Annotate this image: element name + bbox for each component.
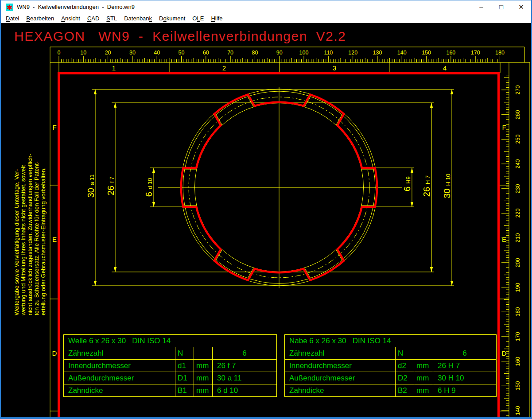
right-ruler-label: 240 — [515, 159, 521, 169]
dim-label-30h10: 30H 10 — [442, 174, 452, 198]
top-ruler-label: 70 — [227, 50, 233, 56]
top-zone-label: 2 — [222, 64, 226, 72]
menu-item-hilfe[interactable]: Hilfe — [207, 15, 226, 22]
maximize-button[interactable]: □ — [491, 0, 511, 13]
menu-item-cad[interactable]: CAD — [84, 15, 103, 22]
top-ruler-label: 140 — [397, 50, 407, 56]
table-title: Welle 6 x 26 x 30 DIN ISO 14 — [64, 335, 277, 347]
right-ruler-label: 250 — [515, 135, 521, 144]
table-row: AußendurchmesserD2mm30 H 10 — [285, 372, 497, 384]
minimize-button[interactable]: – — [471, 0, 491, 13]
welle-table: Welle 6 x 26 x 30 DIN ISO 14 ZähnezahlN6… — [63, 334, 277, 397]
menu-bar: Datei Bearbeiten Ansicht CAD STL Datenba… — [1, 13, 531, 23]
table-row: Welle 6 x 26 x 30 DIN ISO 14 — [64, 335, 277, 347]
window-border-bottom — [1, 417, 531, 419]
right-ruler-label: 260 — [515, 110, 521, 119]
top-ruler-label: 90 — [276, 50, 283, 56]
menu-item-ansicht[interactable]: Ansicht — [58, 15, 84, 22]
right-ruler-label: 270 — [515, 85, 521, 95]
table-row: ZähnezahlN6 — [64, 347, 277, 360]
dim-label-26f7: 26f 7 — [106, 177, 116, 196]
right-ruler-label: 190 — [515, 283, 521, 292]
top-zone-label: 1 — [112, 64, 116, 72]
table-row: ZahndickeB2mm6 H 9 — [285, 384, 497, 397]
right-zone-label: E — [502, 236, 506, 243]
left-zone-label: D — [52, 349, 57, 357]
top-ruler-label: 30 — [129, 50, 136, 56]
top-ruler-label: 160 — [446, 50, 455, 56]
table-row: ZähnezahlN6 — [285, 347, 497, 360]
table-row: Innendurchmesserd2mm26 H 7 — [285, 360, 497, 372]
right-zone-label: D — [502, 349, 507, 357]
top-ruler-label: 180 — [495, 50, 505, 56]
right-ruler-label: 180 — [515, 307, 521, 317]
top-ruler-label: 110 — [324, 50, 333, 56]
table-title: Nabe 6 x 26 x 30 DIN ISO 14 — [285, 335, 497, 347]
right-ruler-label: 150 — [515, 381, 521, 391]
title-bar: ✱ WN9 - Keilwellenverbindungen - Demo.wn… — [1, 0, 531, 13]
top-zone-label: 3 — [333, 64, 336, 72]
copyright-note: Weitergabe sowie Vervielfältigung dieser… — [13, 118, 47, 315]
table-row: AußendurchmesserD1mm30 a 11 — [64, 372, 277, 384]
right-zone-label: F — [502, 124, 506, 131]
right-ruler-label: 170 — [515, 332, 521, 341]
top-ruler-label: 120 — [348, 50, 357, 56]
close-button[interactable]: ✕ — [511, 0, 531, 13]
left-zone-label: E — [52, 236, 57, 243]
top-ruler-label: 80 — [252, 50, 258, 56]
top-ruler-label: 10 — [80, 50, 86, 56]
menu-item-dokument[interactable]: Dokument — [155, 15, 189, 22]
table-row: Nabe 6 x 26 x 30 DIN ISO 14 — [285, 335, 497, 347]
top-ruler-label: 150 — [422, 50, 431, 56]
top-ruler-label: 60 — [203, 50, 209, 56]
menu-item-datei[interactable]: Datei — [2, 15, 23, 22]
dim-label-6d10: 6d 10 — [144, 178, 154, 197]
menu-item-bearbeiten[interactable]: Bearbeiten — [23, 15, 58, 22]
app-icon: ✱ — [6, 4, 13, 11]
right-ruler-label: 200 — [515, 258, 521, 267]
right-ruler-label: 140 — [515, 406, 521, 415]
dim-label-6h9: 6H9 — [402, 176, 412, 191]
top-zone-label: 4 — [443, 64, 447, 72]
drawing-canvas: HEXAGON WN9 - Keilwellenverbindungen V2.… — [1, 23, 532, 417]
right-ruler-label: 220 — [515, 209, 521, 218]
menu-item-ole[interactable]: OLE — [189, 15, 207, 22]
right-ruler-label: 160 — [515, 357, 521, 366]
right-ruler-label: 210 — [515, 233, 521, 243]
top-ruler-label: 130 — [373, 50, 382, 56]
menu-item-datenbank[interactable]: Datenbank — [120, 15, 155, 22]
table-row: Innendurchmesserd1mm26 f 7 — [64, 360, 277, 372]
top-ruler-label: 170 — [471, 50, 480, 56]
top-ruler-label: 100 — [299, 50, 309, 56]
menu-item-stl[interactable]: STL — [103, 15, 120, 22]
top-ruler-label: 20 — [105, 50, 111, 56]
top-ruler-label: 40 — [154, 50, 160, 56]
nabe-table: Nabe 6 x 26 x 30 DIN ISO 14 ZähnezahlN6 … — [284, 334, 497, 397]
app-window: ✱ WN9 - Keilwellenverbindungen - Demo.wn… — [0, 0, 532, 419]
left-zone-label: F — [52, 124, 56, 131]
dim-label-30a11: 30a 11 — [86, 175, 96, 198]
top-ruler-label: 0 — [58, 50, 61, 56]
dim-label-26h7: 26H 7 — [422, 175, 432, 197]
table-row: ZahndickeB1mm6 d 10 — [64, 384, 277, 397]
window-title: WN9 - Keilwellenverbindungen - Demo.wn9 — [17, 4, 135, 10]
top-ruler-label: 50 — [179, 50, 185, 56]
right-ruler-label: 230 — [515, 184, 521, 193]
